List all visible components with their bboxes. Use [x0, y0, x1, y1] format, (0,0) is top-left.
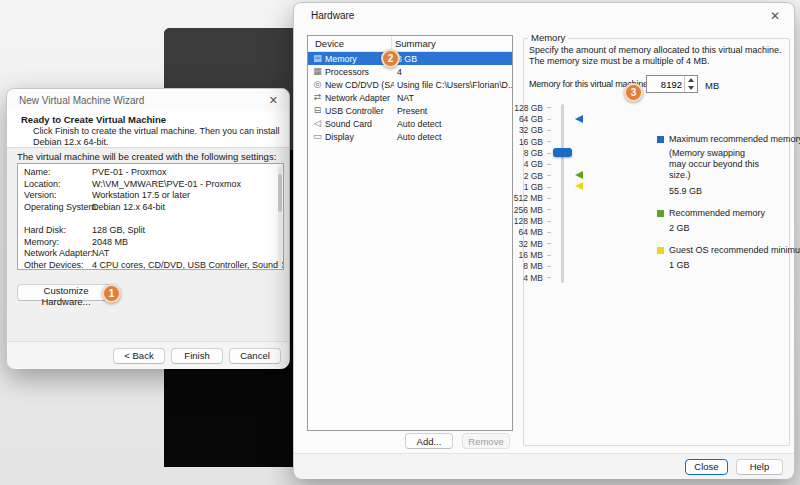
hardware-footer: Close Help [294, 453, 794, 479]
scale-label: 8 MB [487, 261, 551, 272]
scale-label: 32 GB [487, 125, 551, 136]
memory-icon: ▤ [310, 52, 325, 65]
tick-mark [547, 107, 551, 108]
spin-up-button[interactable] [685, 76, 697, 84]
column-device: Device [308, 36, 392, 52]
device-row-cd-dvd[interactable]: ◎ New CD/DVD (SATA) Using file C:\Users\… [308, 78, 512, 91]
table-row [18, 213, 283, 225]
hardware-title: Hardware [311, 10, 354, 21]
setting-label: Name: [24, 167, 92, 179]
memory-legend: Maximum recommended memory (Memory swapp… [657, 134, 789, 282]
scale-label: 512 MB [487, 193, 551, 204]
wizard-header: Ready to Create Virtual Machine Click Fi… [7, 111, 289, 148]
device-row-display[interactable]: ▭ Display Auto detect [308, 130, 512, 143]
tick-mark [547, 221, 551, 222]
device-row-usb-controller[interactable]: ⊟ USB Controller Present [308, 104, 512, 117]
step-badge-3: 3 [624, 83, 643, 102]
setting-value: PVE-01 - Proxmox [92, 167, 283, 179]
legend-note: (Memory swapping may occur beyond this s… [669, 148, 763, 181]
device-name: Display [325, 132, 394, 142]
table-row: Memory: 2048 MB [18, 237, 283, 249]
scale-label: 64 GB [487, 113, 551, 124]
close-icon[interactable]: ✕ [269, 95, 278, 106]
cd-dvd-icon: ◎ [310, 78, 325, 91]
device-row-processors[interactable]: ▦ Processors 4 [308, 65, 512, 78]
scale-label: 16 GB [487, 136, 551, 147]
wizard-title: New Virtual Machine Wizard [19, 95, 144, 106]
scale-label: 128 MB [487, 215, 551, 226]
memory-spinner [646, 75, 698, 93]
scrollbar-thumb[interactable] [278, 174, 282, 212]
setting-label: Version: [24, 190, 92, 202]
memory-group-label: Memory [528, 32, 568, 43]
cancel-button[interactable]: Cancel [229, 348, 281, 364]
setting-label: Other Devices: [24, 260, 92, 270]
legend-item-max: Maximum recommended memory (Memory swapp… [657, 134, 789, 196]
processor-icon: ▦ [310, 65, 325, 78]
setting-value: 2048 MB [92, 237, 283, 249]
device-summary: NAT [394, 93, 512, 103]
device-row-network-adapter[interactable]: ⇄ Network Adapter NAT [308, 91, 512, 104]
device-name: Processors [325, 67, 394, 77]
finish-button[interactable]: Finish [171, 348, 223, 364]
setting-value: NAT [92, 248, 283, 260]
device-summary: 4 [394, 67, 512, 77]
setting-value: W:\VM_VMWARE\PVE-01 - Proxmox [92, 179, 283, 191]
add-device-button[interactable]: Add... [405, 433, 453, 449]
device-row-sound-card[interactable]: ◁ Sound Card Auto detect [308, 117, 512, 130]
step-badge-1: 1 [102, 284, 121, 303]
setting-label: Location: [24, 179, 92, 191]
setting-value: Debian 12.x 64-bit [92, 202, 283, 214]
setting-value: 4 CPU cores, CD/DVD, USB Controller, Sou… [92, 260, 283, 270]
scale-label: 256 MB [487, 204, 551, 215]
device-list: Device Summary ▤ Memory 8 GB ▦ Processor… [307, 35, 513, 431]
tick-mark [547, 130, 551, 131]
network-adapter-icon: ⇄ [310, 91, 325, 104]
help-button[interactable]: Help [736, 459, 783, 475]
wizard-footer: < Back Finish Cancel [7, 341, 289, 369]
hardware-titlebar: Hardware ✕ [294, 3, 794, 29]
close-button[interactable]: Close [685, 459, 728, 475]
tick-mark [547, 153, 551, 154]
close-icon[interactable]: ✕ [770, 11, 780, 22]
scale-label: 64 MB [487, 227, 551, 238]
customize-hardware-button[interactable]: Customize Hardware... [17, 284, 115, 301]
spinner-buttons [684, 76, 697, 92]
setting-value [92, 213, 283, 225]
tick-mark [547, 141, 551, 142]
table-row: Other Devices: 4 CPU cores, CD/DVD, USB … [18, 260, 283, 270]
scale-label: 16 MB [487, 249, 551, 260]
spin-down-button[interactable] [685, 84, 697, 92]
step-badge-2: 2 [381, 49, 400, 68]
minimum-memory-marker-icon [575, 182, 583, 190]
table-row: Version: Workstation 17.5 or later [18, 190, 283, 202]
settings-scrollbar[interactable] [278, 166, 282, 267]
tick-mark [547, 187, 551, 188]
device-row-memory[interactable]: ▤ Memory 8 GB [308, 52, 512, 65]
memory-description: Specify the amount of memory allocated t… [529, 45, 785, 67]
memory-input[interactable] [647, 76, 684, 92]
tick-mark [547, 277, 551, 278]
device-name: Sound Card [325, 119, 394, 129]
scale-label: 4 MB [487, 272, 551, 283]
setting-label: Operating System: [24, 202, 92, 214]
wizard-titlebar: New Virtual Machine Wizard ✕ [7, 89, 289, 111]
setting-label: Network Adapter: [24, 248, 92, 260]
remove-device-button[interactable]: Remove [462, 433, 510, 449]
device-list-header: Device Summary [308, 36, 512, 52]
memory-slider-track[interactable] [561, 104, 564, 283]
device-name: New CD/DVD (SATA) [325, 80, 394, 90]
table-row: Hard Disk: 128 GB, Split [18, 225, 283, 237]
tick-mark [547, 164, 551, 165]
scale-label: 128 GB [487, 102, 551, 113]
max-memory-marker-icon [575, 115, 583, 123]
setting-value: 128 GB, Split [92, 225, 283, 237]
legend-swatch-recommended-icon [657, 210, 664, 217]
chevron-down-icon [688, 86, 694, 90]
chevron-up-icon [688, 78, 694, 82]
tick-mark [547, 209, 551, 210]
scale-label: 2 GB [487, 170, 551, 181]
back-button[interactable]: < Back [113, 348, 165, 364]
memory-slider-handle[interactable] [553, 148, 572, 157]
scale-label: 8 GB [487, 147, 551, 158]
